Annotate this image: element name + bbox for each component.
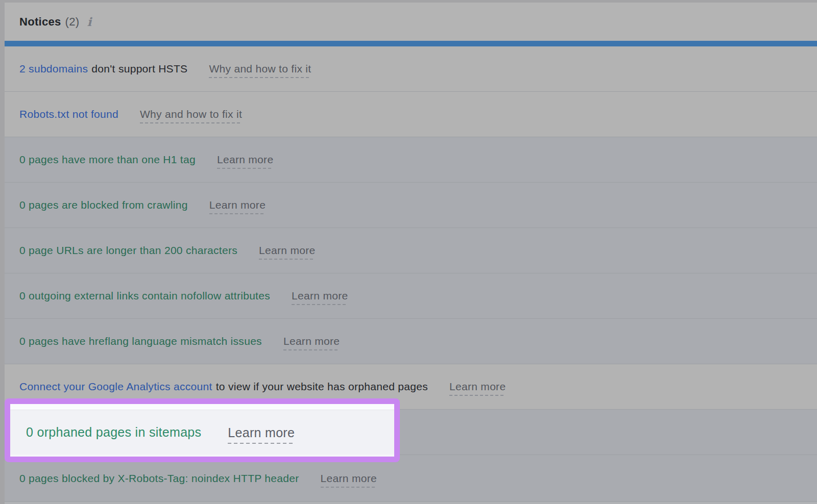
- highlighted-orphaned-sitemaps-row: 0 orphaned pages in sitemaps Learn more: [10, 410, 394, 455]
- long-urls-learn-more[interactable]: Learn more: [259, 244, 315, 260]
- nofollow-text: 0 outgoing external links contain nofoll…: [19, 290, 270, 302]
- orphaned-sitemaps-text: 0 orphaned pages in sitemaps: [26, 425, 201, 440]
- hsts-description: don't support HSTS: [91, 63, 187, 75]
- panel-title: Notices: [19, 15, 61, 29]
- hreflang-mismatch-text: 0 pages have hreflang language mismatch …: [19, 335, 262, 347]
- highlight-top-strip: [10, 404, 394, 410]
- robots-txt-link[interactable]: Robots.txt not found: [19, 108, 118, 120]
- orphaned-sitemaps-learn-more[interactable]: Learn more: [228, 425, 295, 444]
- info-icon[interactable]: i: [87, 15, 91, 29]
- blocked-crawling-text: 0 pages are blocked from crawling: [19, 199, 188, 211]
- notices-accent-bar: [5, 41, 817, 46]
- notice-row-hsts: 2 subdomains don't support HSTS Why and …: [5, 46, 817, 91]
- robots-txt-fix-link[interactable]: Why and how to fix it: [140, 108, 242, 123]
- notice-row-robots-txt: Robots.txt not found Why and how to fix …: [5, 91, 817, 137]
- hsts-subdomains-link[interactable]: 2 subdomains: [19, 63, 88, 75]
- tutorial-highlight-box: 0 orphaned pages in sitemaps Learn more: [5, 398, 400, 462]
- next-row-sliver: [5, 501, 817, 504]
- google-analytics-learn-more[interactable]: Learn more: [449, 381, 506, 396]
- x-robots-text: 0 pages blocked by X-Robots-Tag: noindex…: [19, 472, 299, 485]
- hsts-fix-link[interactable]: Why and how to fix it: [209, 63, 311, 78]
- google-analytics-description: to view if your website has orphaned pag…: [216, 381, 428, 393]
- notice-row-long-urls: 0 page URLs are longer than 200 characte…: [5, 228, 817, 273]
- notice-row-multiple-h1: 0 pages have more than one H1 tag Learn …: [5, 137, 817, 182]
- hreflang-mismatch-learn-more[interactable]: Learn more: [283, 335, 340, 350]
- highlight-bottom-strip: [10, 455, 394, 457]
- multiple-h1-learn-more[interactable]: Learn more: [217, 154, 273, 169]
- multiple-h1-text: 0 pages have more than one H1 tag: [19, 154, 196, 166]
- notice-row-nofollow: 0 outgoing external links contain nofoll…: [5, 273, 817, 318]
- blocked-crawling-learn-more[interactable]: Learn more: [209, 199, 266, 214]
- notice-row-blocked-crawling: 0 pages are blocked from crawling Learn …: [5, 182, 817, 228]
- long-urls-text: 0 page URLs are longer than 200 characte…: [19, 244, 237, 257]
- notice-row-hreflang-mismatch: 0 pages have hreflang language mismatch …: [5, 318, 817, 364]
- notices-header: Notices (2) i: [5, 3, 817, 41]
- x-robots-learn-more[interactable]: Learn more: [321, 472, 377, 488]
- notices-count: (2): [65, 15, 80, 29]
- nofollow-learn-more[interactable]: Learn more: [292, 290, 348, 305]
- connect-google-analytics-link[interactable]: Connect your Google Analytics account: [19, 381, 212, 393]
